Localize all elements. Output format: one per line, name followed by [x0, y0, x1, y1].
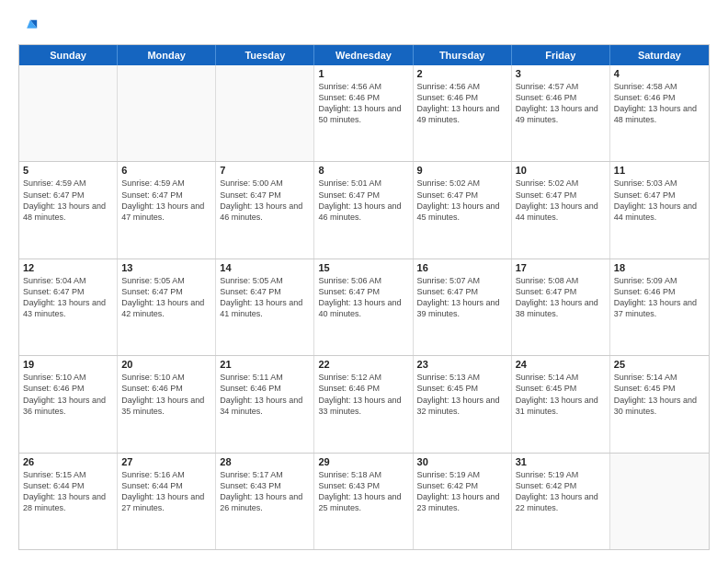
day-number: 13 — [121, 262, 211, 273]
day-number: 9 — [417, 165, 507, 176]
calendar-body: 1Sunrise: 4:56 AMSunset: 6:46 PMDaylight… — [19, 65, 709, 549]
calendar: SundayMondayTuesdayWednesdayThursdayFrid… — [18, 44, 710, 550]
cell-info: Sunrise: 5:06 AMSunset: 6:47 PMDaylight:… — [318, 275, 408, 320]
calendar-week: 26Sunrise: 5:15 AMSunset: 6:44 PMDayligh… — [19, 454, 709, 549]
calendar-week: 1Sunrise: 4:56 AMSunset: 6:46 PMDaylight… — [19, 65, 709, 162]
calendar-cell: 1Sunrise: 4:56 AMSunset: 6:46 PMDaylight… — [314, 65, 413, 161]
day-number: 14 — [220, 262, 310, 273]
weekday-header: Thursday — [414, 45, 512, 65]
cell-info: Sunrise: 4:57 AMSunset: 6:46 PMDaylight:… — [516, 81, 606, 126]
cell-info: Sunrise: 5:11 AMSunset: 6:46 PMDaylight:… — [220, 372, 310, 417]
day-number: 25 — [614, 359, 705, 370]
weekday-header: Wednesday — [314, 45, 413, 65]
cell-info: Sunrise: 5:02 AMSunset: 6:47 PMDaylight:… — [417, 178, 507, 223]
day-number: 16 — [417, 262, 507, 273]
calendar-cell: 13Sunrise: 5:05 AMSunset: 6:47 PMDayligh… — [118, 259, 216, 355]
logo-icon — [18, 17, 39, 37]
cell-info: Sunrise: 5:18 AMSunset: 6:43 PMDaylight:… — [318, 469, 408, 514]
day-number: 1 — [318, 68, 408, 79]
calendar-cell: 29Sunrise: 5:18 AMSunset: 6:43 PMDayligh… — [314, 454, 413, 549]
calendar-cell: 20Sunrise: 5:10 AMSunset: 6:46 PMDayligh… — [118, 356, 216, 452]
calendar-header-row: SundayMondayTuesdayWednesdayThursdayFrid… — [19, 45, 709, 65]
cell-info: Sunrise: 5:14 AMSunset: 6:45 PMDaylight:… — [516, 372, 606, 417]
day-number: 31 — [516, 456, 606, 467]
cell-info: Sunrise: 5:00 AMSunset: 6:47 PMDaylight:… — [220, 178, 310, 223]
calendar-cell: 23Sunrise: 5:13 AMSunset: 6:45 PMDayligh… — [414, 356, 512, 452]
day-number: 6 — [121, 165, 211, 176]
cell-info: Sunrise: 5:10 AMSunset: 6:46 PMDaylight:… — [121, 372, 211, 417]
day-number: 4 — [614, 68, 705, 79]
calendar-cell: 16Sunrise: 5:07 AMSunset: 6:47 PMDayligh… — [414, 259, 512, 355]
cell-info: Sunrise: 5:16 AMSunset: 6:44 PMDaylight:… — [121, 469, 211, 514]
page: SundayMondayTuesdayWednesdayThursdayFrid… — [0, 0, 728, 563]
calendar-cell: 9Sunrise: 5:02 AMSunset: 6:47 PMDaylight… — [414, 162, 512, 258]
calendar-cell — [216, 65, 314, 161]
weekday-header: Monday — [118, 45, 216, 65]
logo — [18, 17, 42, 37]
cell-info: Sunrise: 5:12 AMSunset: 6:46 PMDaylight:… — [318, 372, 408, 417]
cell-info: Sunrise: 5:03 AMSunset: 6:47 PMDaylight:… — [614, 178, 705, 223]
calendar-cell — [19, 65, 118, 161]
day-number: 2 — [417, 68, 507, 79]
day-number: 20 — [121, 359, 211, 370]
calendar-cell: 4Sunrise: 4:58 AMSunset: 6:46 PMDaylight… — [610, 65, 709, 161]
calendar-cell: 2Sunrise: 4:56 AMSunset: 6:46 PMDaylight… — [414, 65, 512, 161]
calendar-cell: 6Sunrise: 4:59 AMSunset: 6:47 PMDaylight… — [118, 162, 216, 258]
cell-info: Sunrise: 5:01 AMSunset: 6:47 PMDaylight:… — [318, 178, 408, 223]
calendar-cell: 19Sunrise: 5:10 AMSunset: 6:46 PMDayligh… — [19, 356, 118, 452]
weekday-header: Saturday — [610, 45, 709, 65]
weekday-header: Friday — [512, 45, 610, 65]
day-number: 23 — [417, 359, 507, 370]
calendar-cell — [610, 454, 709, 549]
calendar-cell: 5Sunrise: 4:59 AMSunset: 6:47 PMDaylight… — [19, 162, 118, 258]
header — [18, 17, 710, 37]
cell-info: Sunrise: 4:56 AMSunset: 6:46 PMDaylight:… — [417, 81, 507, 126]
day-number: 8 — [318, 165, 408, 176]
day-number: 22 — [318, 359, 408, 370]
cell-info: Sunrise: 5:13 AMSunset: 6:45 PMDaylight:… — [417, 372, 507, 417]
calendar-cell: 18Sunrise: 5:09 AMSunset: 6:46 PMDayligh… — [610, 259, 709, 355]
calendar-cell: 31Sunrise: 5:19 AMSunset: 6:42 PMDayligh… — [512, 454, 610, 549]
calendar-cell: 7Sunrise: 5:00 AMSunset: 6:47 PMDaylight… — [216, 162, 314, 258]
day-number: 5 — [23, 165, 113, 176]
cell-info: Sunrise: 4:59 AMSunset: 6:47 PMDaylight:… — [121, 178, 211, 223]
calendar-cell: 14Sunrise: 5:05 AMSunset: 6:47 PMDayligh… — [216, 259, 314, 355]
calendar-cell — [118, 65, 216, 161]
calendar-cell: 22Sunrise: 5:12 AMSunset: 6:46 PMDayligh… — [314, 356, 413, 452]
calendar-cell: 21Sunrise: 5:11 AMSunset: 6:46 PMDayligh… — [216, 356, 314, 452]
cell-info: Sunrise: 5:15 AMSunset: 6:44 PMDaylight:… — [23, 469, 113, 514]
weekday-header: Tuesday — [216, 45, 314, 65]
calendar-cell: 24Sunrise: 5:14 AMSunset: 6:45 PMDayligh… — [512, 356, 610, 452]
calendar-cell: 3Sunrise: 4:57 AMSunset: 6:46 PMDaylight… — [512, 65, 610, 161]
calendar-cell: 25Sunrise: 5:14 AMSunset: 6:45 PMDayligh… — [610, 356, 709, 452]
weekday-header: Sunday — [19, 45, 118, 65]
cell-info: Sunrise: 5:10 AMSunset: 6:46 PMDaylight:… — [23, 372, 113, 417]
cell-info: Sunrise: 5:19 AMSunset: 6:42 PMDaylight:… — [516, 469, 606, 514]
calendar-cell: 17Sunrise: 5:08 AMSunset: 6:47 PMDayligh… — [512, 259, 610, 355]
day-number: 21 — [220, 359, 310, 370]
calendar-cell: 28Sunrise: 5:17 AMSunset: 6:43 PMDayligh… — [216, 454, 314, 549]
day-number: 18 — [614, 262, 705, 273]
calendar-cell: 11Sunrise: 5:03 AMSunset: 6:47 PMDayligh… — [610, 162, 709, 258]
day-number: 26 — [23, 456, 113, 467]
calendar-cell: 12Sunrise: 5:04 AMSunset: 6:47 PMDayligh… — [19, 259, 118, 355]
cell-info: Sunrise: 5:09 AMSunset: 6:46 PMDaylight:… — [614, 275, 705, 320]
day-number: 27 — [121, 456, 211, 467]
cell-info: Sunrise: 5:14 AMSunset: 6:45 PMDaylight:… — [614, 372, 705, 417]
cell-info: Sunrise: 5:05 AMSunset: 6:47 PMDaylight:… — [220, 275, 310, 320]
cell-info: Sunrise: 5:05 AMSunset: 6:47 PMDaylight:… — [121, 275, 211, 320]
calendar-cell: 26Sunrise: 5:15 AMSunset: 6:44 PMDayligh… — [19, 454, 118, 549]
cell-info: Sunrise: 5:19 AMSunset: 6:42 PMDaylight:… — [417, 469, 507, 514]
calendar-cell: 27Sunrise: 5:16 AMSunset: 6:44 PMDayligh… — [118, 454, 216, 549]
day-number: 3 — [516, 68, 606, 79]
day-number: 11 — [614, 165, 705, 176]
day-number: 29 — [318, 456, 408, 467]
cell-info: Sunrise: 4:59 AMSunset: 6:47 PMDaylight:… — [23, 178, 113, 223]
cell-info: Sunrise: 4:56 AMSunset: 6:46 PMDaylight:… — [318, 81, 408, 126]
calendar-week: 12Sunrise: 5:04 AMSunset: 6:47 PMDayligh… — [19, 259, 709, 356]
day-number: 24 — [516, 359, 606, 370]
day-number: 19 — [23, 359, 113, 370]
cell-info: Sunrise: 5:07 AMSunset: 6:47 PMDaylight:… — [417, 275, 507, 320]
cell-info: Sunrise: 5:02 AMSunset: 6:47 PMDaylight:… — [516, 178, 606, 223]
day-number: 17 — [516, 262, 606, 273]
